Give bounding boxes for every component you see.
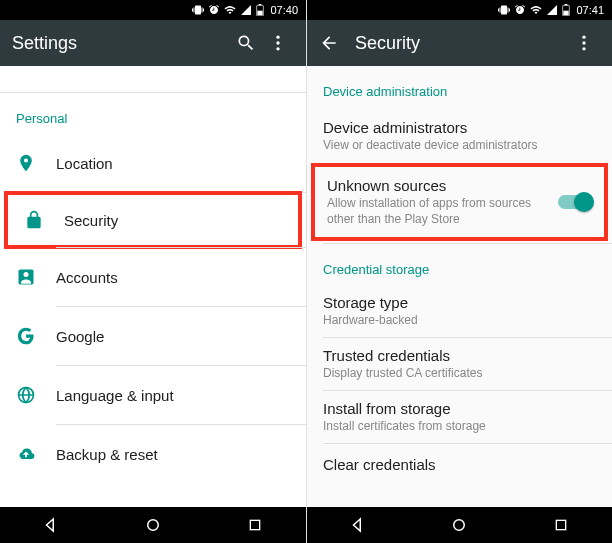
nav-home[interactable]: [429, 507, 489, 543]
row-label: Unknown sources: [327, 177, 552, 194]
row-device-administrators[interactable]: Device administrators View or deactivate…: [307, 107, 612, 165]
security-screen: 07:41 Security Device administration Dev…: [306, 0, 612, 543]
svg-rect-2: [258, 11, 263, 16]
svg-point-3: [276, 36, 279, 39]
row-label: Storage type: [323, 294, 596, 311]
lock-icon: [24, 210, 64, 230]
backup-icon: [16, 444, 56, 464]
section-personal: Personal: [0, 93, 306, 134]
wifi-icon: [224, 4, 236, 16]
svg-point-16: [582, 47, 585, 50]
svg-rect-10: [250, 520, 259, 529]
app-bar: Security: [307, 20, 612, 66]
row-unknown-sources[interactable]: Unknown sources Allow installation of ap…: [311, 163, 608, 241]
status-time: 07:40: [270, 4, 298, 16]
overflow-button[interactable]: [568, 27, 600, 59]
alarm-icon: [208, 4, 220, 16]
settings-row-location[interactable]: Location: [0, 134, 306, 192]
security-list: Device administration Device administrat…: [307, 66, 612, 507]
status-bar: 07:40: [0, 0, 306, 20]
row-sub: Display trusted CA certificates: [323, 366, 596, 382]
vibrate-icon: [192, 4, 204, 16]
unknown-sources-toggle[interactable]: [558, 195, 592, 209]
row-clear-credentials[interactable]: Clear credentials: [307, 444, 612, 484]
svg-point-7: [24, 272, 29, 277]
row-label: Install from storage: [323, 400, 596, 417]
more-vert-icon: [574, 33, 594, 53]
row-label: Trusted credentials: [323, 347, 596, 364]
row-sub: Install certificates from storage: [323, 419, 596, 435]
alarm-icon: [514, 4, 526, 16]
row-label: Security: [64, 212, 282, 229]
back-button[interactable]: [313, 27, 345, 59]
search-button[interactable]: [230, 27, 262, 59]
wifi-icon: [530, 4, 542, 16]
svg-rect-13: [564, 11, 569, 16]
app-title: Security: [355, 33, 568, 54]
svg-rect-1: [259, 4, 262, 5]
app-bar: Settings: [0, 20, 306, 66]
nav-home[interactable]: [123, 507, 183, 543]
nav-recent[interactable]: [531, 507, 591, 543]
account-icon: [16, 267, 56, 287]
settings-row-accounts[interactable]: Accounts: [0, 248, 306, 306]
row-label: Backup & reset: [56, 446, 290, 463]
google-icon: [16, 326, 56, 346]
section-device-admin: Device administration: [307, 66, 612, 107]
row-label: Location: [56, 155, 290, 172]
settings-row-security[interactable]: Security: [4, 191, 302, 249]
nav-bar: [307, 507, 612, 543]
row-install-from-storage[interactable]: Install from storage Install certificate…: [307, 391, 612, 443]
row-label: Clear credentials: [323, 456, 596, 473]
section-credential-storage: Credential storage: [307, 244, 612, 285]
arrow-back-icon: [319, 33, 339, 53]
nav-recent[interactable]: [225, 507, 285, 543]
row-storage-type[interactable]: Storage type Hardware-backed: [307, 285, 612, 337]
row-sub: View or deactivate device administrators: [323, 138, 596, 154]
signal-icon: [240, 4, 252, 16]
language-icon: [16, 385, 56, 405]
svg-point-15: [582, 41, 585, 44]
svg-point-5: [276, 47, 279, 50]
svg-point-14: [582, 36, 585, 39]
row-label: Language & input: [56, 387, 290, 404]
row-sub: Allow installation of apps from sources …: [327, 196, 552, 227]
vibrate-icon: [498, 4, 510, 16]
settings-row-backup[interactable]: Backup & reset: [0, 425, 306, 483]
signal-icon: [546, 4, 558, 16]
nav-back[interactable]: [328, 507, 388, 543]
row-label: Accounts: [56, 269, 290, 286]
more-vert-icon: [268, 33, 288, 53]
nav-back[interactable]: [21, 507, 81, 543]
status-time: 07:41: [576, 4, 604, 16]
row-sub: Hardware-backed: [323, 313, 596, 329]
row-label: Device administrators: [323, 119, 596, 136]
svg-rect-18: [556, 520, 565, 529]
search-icon: [236, 33, 256, 53]
row-label: Google: [56, 328, 290, 345]
settings-screen: 07:40 Settings Personal Location: [0, 0, 306, 543]
settings-row-language[interactable]: Language & input: [0, 366, 306, 424]
svg-point-17: [454, 520, 465, 531]
settings-row-google[interactable]: Google: [0, 307, 306, 365]
settings-list: Personal Location Security Accounts: [0, 66, 306, 507]
overflow-button[interactable]: [262, 27, 294, 59]
place-icon: [16, 153, 56, 173]
battery-icon: [562, 4, 570, 16]
svg-rect-12: [565, 4, 568, 5]
status-bar: 07:41: [307, 0, 612, 20]
nav-bar: [0, 507, 306, 543]
svg-point-9: [148, 520, 159, 531]
row-trusted-credentials[interactable]: Trusted credentials Display trusted CA c…: [307, 338, 612, 390]
app-title: Settings: [12, 33, 230, 54]
battery-icon: [256, 4, 264, 16]
svg-point-4: [276, 41, 279, 44]
